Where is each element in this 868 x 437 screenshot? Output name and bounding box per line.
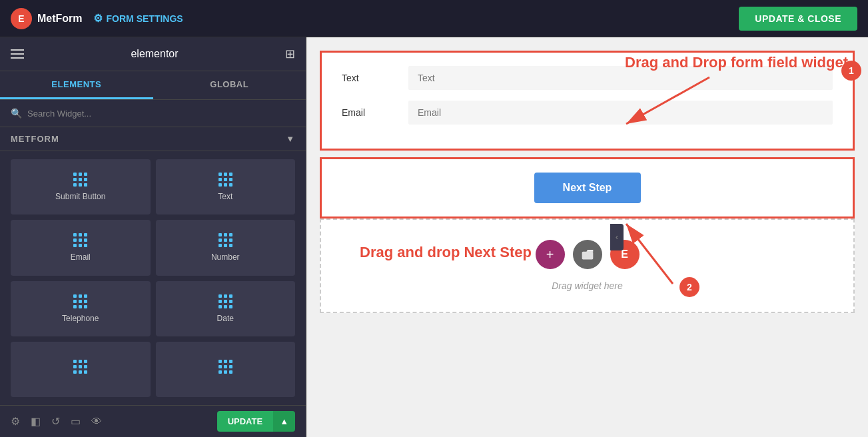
email-label: Email <box>342 107 395 118</box>
bottom-icons: ⚙ ◧ ↺ ▭ 👁 <box>11 415 102 428</box>
widget-telephone[interactable]: Telephone <box>11 281 151 336</box>
annotation-circle-1: 1 <box>841 61 861 81</box>
widget-icon-telephone <box>73 294 87 308</box>
annotation-circle-2: 2 <box>679 277 699 297</box>
widget-date[interactable]: Date <box>156 281 296 336</box>
metform-logo: E MetForm <box>11 8 83 29</box>
sidebar-tabs: ELEMENTS GLOBAL <box>0 71 306 100</box>
history-icon[interactable]: ↺ <box>51 415 60 428</box>
collapse-sidebar-handle[interactable]: ‹ <box>610 224 624 250</box>
widget-icon-extra2 <box>218 360 232 374</box>
top-bar: E MetForm ⚙ FORM SETTINGS UPDATE & CLOSE <box>0 0 868 37</box>
layers-icon[interactable]: ◧ <box>31 415 41 428</box>
step2-dropzone: + E Drag widget here <box>320 218 855 313</box>
folder-icon <box>581 248 594 261</box>
email-input[interactable] <box>408 101 833 125</box>
update-button[interactable]: UPDATE <box>217 411 273 432</box>
sidebar: elementor ⊞ ELEMENTS GLOBAL 🔍 METFORM ▼ <box>0 37 306 437</box>
search-input[interactable] <box>27 109 295 119</box>
widget-extra-2[interactable] <box>156 342 296 397</box>
update-arrow-button[interactable]: ▲ <box>273 411 295 432</box>
widget-label-number: Number <box>211 252 240 262</box>
metform-section-label: METFORM <box>11 134 59 144</box>
widget-label-date: Date <box>217 314 234 323</box>
widget-submit-button[interactable]: Submit Button <box>11 159 151 215</box>
settings-icon[interactable]: ⚙ <box>11 415 20 428</box>
widget-label-telephone: Telephone <box>62 314 99 323</box>
next-step-button[interactable]: Next Step <box>534 173 641 203</box>
search-box: 🔍 <box>0 100 306 127</box>
svg-rect-0 <box>582 252 593 260</box>
text-label: Text <box>342 73 395 83</box>
search-icon: 🔍 <box>11 108 22 119</box>
widget-email[interactable]: Email <box>11 220 151 275</box>
widget-text[interactable]: Text <box>156 159 296 215</box>
elementor-title: elementor <box>131 48 178 60</box>
tab-global[interactable]: GLOBAL <box>153 71 306 99</box>
widget-label-text: Text <box>218 192 232 201</box>
instruction-drag-drop-nextstep: Drag and drop Next Step <box>360 244 532 261</box>
canvas-area: Text Email Next Step + <box>306 37 868 437</box>
main-layout: elementor ⊞ ELEMENTS GLOBAL 🔍 METFORM ▼ <box>0 37 868 437</box>
top-bar-left: E MetForm ⚙ FORM SETTINGS <box>11 8 183 29</box>
form-settings-button[interactable]: ⚙ FORM SETTINGS <box>93 12 183 25</box>
next-step-area: Next Step <box>320 157 855 218</box>
form-settings-label: FORM SETTINGS <box>107 13 183 24</box>
widget-number[interactable]: Number <box>156 220 296 275</box>
widget-icon-number <box>218 233 232 247</box>
widget-icon-date <box>218 294 232 308</box>
grid-icon[interactable]: ⊞ <box>285 47 295 61</box>
tab-elements[interactable]: ELEMENTS <box>0 71 153 99</box>
responsive-icon[interactable]: ▭ <box>71 415 81 428</box>
metform-section-header[interactable]: METFORM ▼ <box>11 134 295 144</box>
instruction-drag-drop-field: Drag and Drop form field widget <box>625 54 848 71</box>
widget-label-submit: Submit Button <box>55 192 105 201</box>
metform-section: METFORM ▼ <box>0 127 306 151</box>
update-btn-group: UPDATE ▲ <box>217 411 295 432</box>
sidebar-header: elementor ⊞ <box>0 37 306 71</box>
metform-btn-icon: E <box>621 248 628 260</box>
metform-logo-icon: E <box>11 8 32 29</box>
widget-extra-1[interactable] <box>11 342 151 397</box>
widget-icon-submit <box>73 173 87 187</box>
widget-grid: Submit Button Text Email <box>0 151 306 405</box>
metform-title: MetForm <box>37 13 83 25</box>
gear-icon: ⚙ <box>93 12 103 25</box>
preview-icon[interactable]: 👁 <box>91 416 102 428</box>
form-row-email: Email <box>342 101 833 125</box>
sidebar-bottom: ⚙ ◧ ↺ ▭ 👁 UPDATE ▲ <box>0 405 306 437</box>
add-element-button[interactable]: + <box>536 240 565 269</box>
widget-icon-text <box>218 173 232 187</box>
widget-icon-email <box>73 233 87 247</box>
folder-button[interactable] <box>573 240 602 269</box>
hamburger-menu[interactable] <box>11 49 24 59</box>
drag-widget-text: Drag widget here <box>552 280 623 291</box>
logo-letter: E <box>18 13 24 24</box>
widget-icon-extra1 <box>73 360 87 374</box>
chevron-down-icon: ▼ <box>286 134 295 144</box>
update-close-button[interactable]: UPDATE & CLOSE <box>739 7 857 31</box>
canvas-inner: Text Email Next Step + <box>306 37 868 326</box>
widget-label-email: Email <box>71 252 91 262</box>
